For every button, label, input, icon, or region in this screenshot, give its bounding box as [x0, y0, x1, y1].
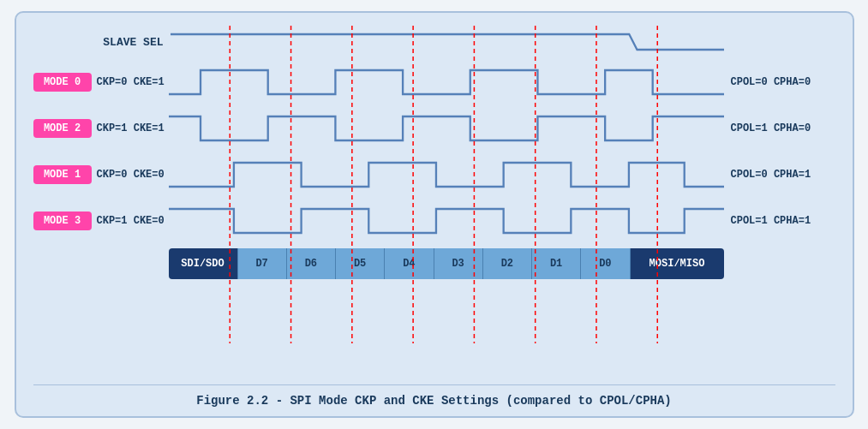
- figure-caption: Figure 2.2 - SPI Mode CKP and CKE Settin…: [33, 384, 835, 408]
- wave-rows: MODE 0 CKP=0 CKE=1 CPOL=0 CPHA=0 MODE 2 …: [33, 60, 835, 243]
- data-seg-sdi: SDI/SDO: [169, 248, 237, 279]
- mode3-badge: MODE 3: [33, 212, 92, 230]
- mode1-wave: [169, 152, 724, 197]
- data-seg-d5: D5: [335, 248, 384, 279]
- mode2-wave: [169, 106, 724, 151]
- mode1-row: MODE 1 CKP=0 CKE=0 CPOL=0 CPHA=1: [33, 152, 835, 197]
- mode1-ckp-cke: CKP=0 CKE=0: [97, 169, 169, 181]
- mode2-row: MODE 2 CKP=1 CKE=1 CPOL=1 CPHA=0: [33, 106, 835, 151]
- data-seg-d3: D3: [434, 248, 482, 279]
- data-seg-d7: D7: [237, 248, 286, 279]
- mode1-badge: MODE 1: [33, 165, 92, 184]
- data-seg-d1: D1: [531, 248, 580, 279]
- data-segments: SDI/SDO D7 D6 D5 D4 D3 D2 D1 D0 MOSI/MIS…: [169, 248, 724, 279]
- mode0-wave: [169, 60, 724, 104]
- data-seg-d0: D0: [580, 248, 629, 279]
- mode2-badge: MODE 2: [33, 119, 92, 138]
- mode0-badge: MODE 0: [33, 73, 92, 92]
- slave-line: [171, 26, 724, 58]
- mode3-cpol-cpha: CPOL=1 CPHA=1: [724, 215, 835, 227]
- data-seg-mosi: MOSI/MISO: [630, 248, 724, 279]
- mode2-cpol-cpha: CPOL=1 CPHA=0: [724, 122, 835, 134]
- slave-sel-row: SLAVE SEL: [33, 26, 835, 58]
- mode0-ckp-cke: CKP=0 CKE=1: [97, 76, 169, 88]
- data-seg-d2: D2: [482, 248, 531, 279]
- mode3-row: MODE 3 CKP=1 CKE=0 CPOL=1 CPHA=1: [33, 199, 835, 243]
- mode0-cpol-cpha: CPOL=0 CPHA=0: [724, 76, 835, 88]
- mode1-cpol-cpha: CPOL=0 CPHA=1: [724, 169, 835, 181]
- diagram-container: SLAVE SEL MODE 0 CKP=0 CKE=1: [15, 11, 854, 418]
- slave-sel-label: SLAVE SEL: [33, 36, 171, 49]
- mode3-ckp-cke: CKP=1 CKE=0: [97, 215, 169, 227]
- data-row: SDI/SDO D7 D6 D5 D4 D3 D2 D1 D0 MOSI/MIS…: [33, 248, 835, 279]
- mode0-row: MODE 0 CKP=0 CKE=1 CPOL=0 CPHA=0: [33, 60, 835, 104]
- diagram-area: SLAVE SEL MODE 0 CKP=0 CKE=1: [33, 26, 835, 379]
- data-seg-d4: D4: [384, 248, 433, 279]
- mode2-ckp-cke: CKP=1 CKE=1: [97, 122, 169, 134]
- mode3-wave: [169, 199, 724, 243]
- data-seg-d6: D6: [286, 248, 335, 279]
